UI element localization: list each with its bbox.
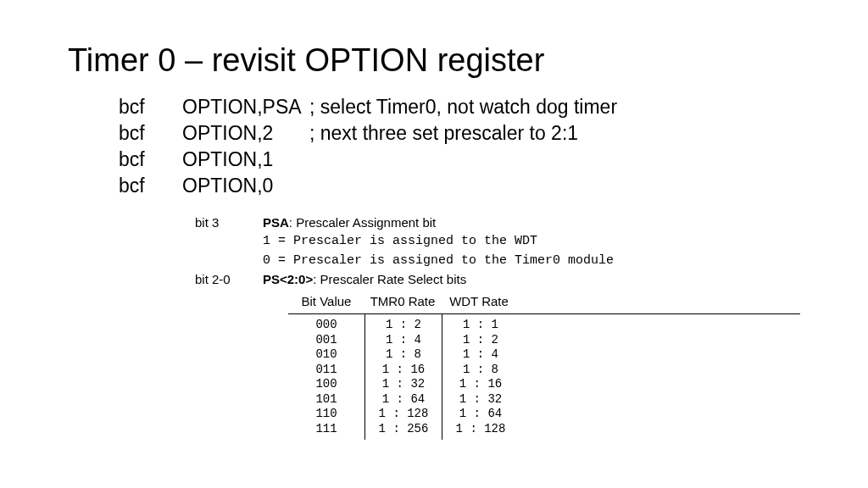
code-line: bcf OPTION,2 ; next three set prescaler …: [119, 120, 800, 147]
bit-desc: PS<2:0>: Prescaler Rate Select bits: [263, 271, 466, 288]
assembly-code: bcf OPTION,PSA ; select Timer0, not watc…: [119, 94, 800, 199]
comment: ; select Timer0, not watch dog timer: [309, 94, 617, 120]
comment: ; next three set prescaler to 2:1: [309, 120, 578, 147]
mnemonic: bcf: [119, 120, 182, 147]
operand: OPTION,1: [182, 147, 309, 173]
col-wdt: 1 : 1 1 : 2 1 : 4 1 : 8 1 : 16 1 : 32 1 …: [442, 314, 519, 440]
table-cell: 1 : 32: [365, 377, 442, 392]
table-cell: 101: [288, 392, 364, 408]
bit-label: bit 3: [195, 214, 263, 231]
bit-desc: PSA: Prescaler Assignment bit: [263, 214, 436, 231]
col-header-bits: Bit Value: [288, 293, 364, 310]
bit-value-line: 1 = Prescaler is assigned to the WDT: [263, 233, 537, 250]
table-cell: 110: [288, 407, 364, 422]
col-tmr0: 1 : 2 1 : 4 1 : 8 1 : 16 1 : 32 1 : 64 1…: [365, 314, 442, 440]
table-cell: 1 : 32: [442, 392, 519, 408]
register-doc: bit 3 PSA: Prescaler Assignment bit 1 = …: [195, 214, 800, 440]
bit20-row: bit 2-0 PS<2:0>: Prescaler Rate Select b…: [195, 271, 800, 288]
operand: OPTION,PSA: [182, 94, 309, 120]
operand: OPTION,2: [182, 120, 309, 147]
table-body: 000 001 010 011 100 101 110 111 1 : 2 1 …: [288, 313, 800, 440]
mnemonic: bcf: [119, 173, 182, 199]
table-cell: 1 : 2: [365, 318, 442, 333]
table-cell: 1 : 16: [365, 363, 442, 378]
col-bits: 000 001 010 011 100 101 110 111: [288, 314, 365, 440]
table-cell: 1 : 4: [365, 333, 442, 348]
table-cell: 100: [288, 377, 364, 392]
bit-value-line: 0 = Prescaler is assigned to the Timer0 …: [263, 252, 614, 269]
table-cell: 011: [288, 363, 364, 378]
table-cell: 1 : 4: [442, 347, 519, 363]
bit-label: bit 2-0: [195, 271, 263, 288]
col-header-wdt: WDT Rate: [441, 293, 517, 310]
bit-name: PS<2:0>: [263, 272, 313, 286]
col-header-tmr0: TMR0 Rate: [364, 293, 441, 310]
bit-name: PSA: [263, 215, 289, 230]
table-cell: 1 : 64: [442, 407, 519, 422]
prescaler-rate-table: Bit Value TMR0 Rate WDT Rate 000 001 010…: [288, 293, 800, 440]
table-cell: 010: [288, 347, 364, 363]
table-cell: 1 : 256: [365, 422, 442, 437]
table-cell: 1 : 1: [442, 318, 519, 333]
code-line: bcf OPTION,PSA ; select Timer0, not watc…: [119, 94, 800, 120]
table-cell: 1 : 2: [442, 333, 519, 348]
table-cell: 1 : 8: [442, 363, 519, 378]
mnemonic: bcf: [119, 147, 182, 173]
bit3-value-row: 1 = Prescaler is assigned to the WDT: [195, 233, 800, 250]
table-cell: 111: [288, 422, 364, 437]
table-cell: 1 : 128: [365, 407, 442, 422]
slide: Timer 0 – revisit OPTION register bcf OP…: [0, 0, 868, 440]
bit3-value-row: 0 = Prescaler is assigned to the Timer0 …: [195, 252, 800, 269]
bit-desc-text: : Prescaler Assignment bit: [289, 215, 436, 230]
code-line: bcf OPTION,1: [119, 147, 800, 173]
table-cell: 000: [288, 318, 364, 333]
table-header: Bit Value TMR0 Rate WDT Rate: [288, 293, 800, 310]
table-cell: 1 : 64: [365, 392, 442, 408]
slide-title: Timer 0 – revisit OPTION register: [68, 42, 800, 79]
table-cell: 001: [288, 333, 364, 348]
table-cell: 1 : 16: [442, 377, 519, 392]
table-cell: 1 : 8: [365, 347, 442, 363]
bit3-row: bit 3 PSA: Prescaler Assignment bit: [195, 214, 800, 231]
operand: OPTION,0: [182, 173, 309, 199]
bit-desc-text: : Prescaler Rate Select bits: [313, 272, 466, 286]
mnemonic: bcf: [119, 94, 182, 120]
code-line: bcf OPTION,0: [119, 173, 800, 199]
table-cell: 1 : 128: [442, 422, 519, 437]
